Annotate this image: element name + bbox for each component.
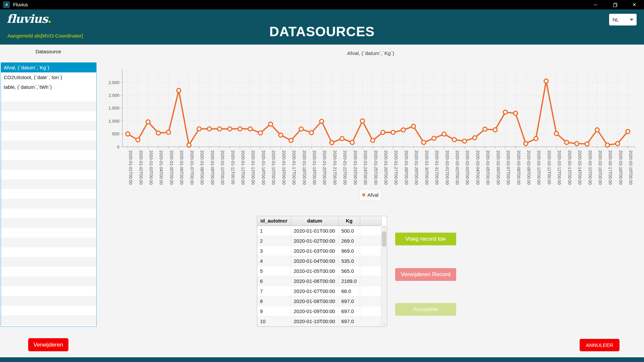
svg-text:500: 500	[112, 131, 119, 136]
delete-record-button[interactable]: Verwijderen Record	[395, 268, 456, 281]
empty-list-row	[1, 315, 96, 325]
table-row[interactable]: 32020-01-03T00:00969.0	[257, 246, 381, 256]
table-row[interactable]: 62020-01-06T00:002189.0	[257, 276, 381, 286]
empty-list-row	[1, 199, 96, 208]
table-cell	[360, 306, 381, 316]
svg-text:2020-01-31T00:00: 2020-01-31T00:00	[434, 150, 439, 185]
language-value: NL	[612, 17, 630, 22]
table-cell: 68.0	[338, 286, 360, 296]
svg-text:2020-01-20T00:00: 2020-01-20T00:00	[322, 150, 327, 185]
svg-text:2020-02-07T00:00: 2020-02-07T00:00	[506, 150, 511, 185]
close-button[interactable]: ✕	[625, 0, 644, 9]
delete-datasource-button[interactable]: Verwijderen	[28, 338, 68, 351]
datasource-item[interactable]: CO2Uitstoot, (`date`,`ton`)	[1, 72, 96, 82]
table-cell	[360, 296, 381, 306]
table-cell: 3	[257, 246, 291, 256]
column-header[interactable]: id_autoIncr	[257, 216, 291, 226]
accept-button[interactable]: Accepteer	[395, 303, 456, 316]
datasource-list-label: Datasource	[0, 49, 97, 54]
column-header[interactable]: Kg	[338, 216, 360, 226]
app-window: fl Fluvius ✕ fluvius. DATASOURCES Aangem…	[0, 0, 644, 362]
minimize-button[interactable]	[586, 0, 605, 9]
table-row[interactable]: 42020-01-04T00:00535.0	[257, 256, 381, 266]
svg-text:2020-02-04T00:00: 2020-02-04T00:00	[475, 150, 480, 185]
svg-text:2020-01-23T00:00: 2020-01-23T00:00	[353, 150, 358, 185]
svg-text:2020-01-15T00:00: 2020-01-15T00:00	[271, 150, 276, 185]
table-cell: 2020-01-05T00:00	[291, 266, 338, 276]
restore-button[interactable]	[605, 0, 625, 9]
table-cell: 2020-01-09T00:00	[291, 306, 338, 316]
scroll-up-icon[interactable]: ⌃	[381, 226, 387, 231]
svg-text:2020-01-17T00:00: 2020-01-17T00:00	[291, 150, 296, 185]
table-scrollbar[interactable]: ⌃ ⌄	[381, 226, 387, 326]
datasource-item[interactable]: table, (`datum`,`tWh`)	[1, 82, 96, 92]
table-cell: 269.0	[338, 236, 360, 246]
language-combobox[interactable]: NL	[609, 14, 637, 25]
svg-text:2020-02-10T00:00: 2020-02-10T00:00	[536, 150, 541, 185]
add-record-button[interactable]: Voeg record toe	[395, 233, 456, 245]
table-row[interactable]: 72020-01-07T00:0068.0	[257, 286, 381, 296]
table-cell: 697.0	[338, 296, 360, 306]
records-table: id_autoIncrdatumKg 12020-01-01T00:00500.…	[257, 216, 387, 327]
scrollbar-thumb[interactable]	[382, 231, 386, 247]
table-cell	[360, 286, 381, 296]
table-row[interactable]: 12020-01-01T00:00500.0	[257, 226, 381, 236]
empty-list-row	[1, 306, 96, 315]
table-row[interactable]: 92020-01-09T00:00697.0	[257, 306, 381, 316]
table-cell: 7	[257, 286, 291, 296]
column-header[interactable]: datum	[291, 216, 338, 226]
svg-text:2020-01-02T00:00: 2020-01-02T00:00	[139, 150, 143, 185]
table-cell: 2189.0	[338, 276, 360, 286]
empty-list-row	[1, 179, 96, 189]
svg-text:2020-01-25T00:00: 2020-01-25T00:00	[373, 150, 378, 185]
svg-text:2020-01-06T00:00: 2020-01-06T00:00	[179, 150, 184, 185]
table-row[interactable]: 102020-01-10T00:00697.0	[257, 316, 381, 326]
svg-text:2020-01-01T00:00: 2020-01-01T00:00	[128, 150, 133, 185]
table-row[interactable]: 52020-01-05T00:00565.0	[257, 266, 381, 276]
svg-text:2020-01-05T00:00: 2020-01-05T00:00	[169, 150, 174, 185]
table-cell	[360, 226, 381, 236]
empty-list-row	[1, 150, 96, 160]
table-cell: 2020-01-10T00:00	[291, 316, 338, 326]
svg-text:2020-01-10T00:00: 2020-01-10T00:00	[220, 150, 225, 185]
svg-text:2020-02-09T00:00: 2020-02-09T00:00	[526, 150, 531, 185]
table-cell: 10	[257, 316, 291, 326]
svg-text:2020-01-21T00:00: 2020-01-21T00:00	[332, 150, 337, 185]
scroll-down-icon[interactable]: ⌄	[381, 321, 387, 326]
empty-list-row	[1, 277, 96, 286]
svg-text:2020-01-03T00:00: 2020-01-03T00:00	[149, 150, 153, 185]
table-cell: 2020-01-04T00:00	[291, 256, 338, 266]
empty-list-row	[1, 296, 96, 306]
table-cell	[360, 256, 381, 266]
svg-text:2020-01-14T00:00: 2020-01-14T00:00	[261, 150, 266, 185]
table-cell: 2020-01-01T00:00	[291, 226, 338, 236]
table-cell	[360, 276, 381, 286]
svg-text:2020-02-02T00:00: 2020-02-02T00:00	[455, 150, 460, 185]
datasource-item[interactable]: Afval, (`datum`,`Kg`)	[1, 63, 96, 72]
table-row[interactable]: 82020-01-08T00:00697.0	[257, 296, 381, 306]
table-cell	[360, 236, 381, 246]
empty-list-row	[1, 170, 96, 179]
svg-text:2020-01-27T00:00: 2020-01-27T00:00	[393, 150, 398, 185]
table-cell: 4	[257, 256, 291, 266]
svg-text:2020-02-12T00:00: 2020-02-12T00:00	[557, 150, 561, 185]
svg-text:2020-02-15T00:00: 2020-02-15T00:00	[588, 150, 592, 185]
empty-list-row	[1, 92, 96, 102]
table-header: id_autoIncrdatumKg	[257, 216, 381, 226]
svg-text:2020-01-11T00:00: 2020-01-11T00:00	[230, 150, 235, 184]
table-cell: 9	[257, 306, 291, 316]
legend-label: Afval	[367, 192, 378, 198]
empty-list-row	[1, 121, 96, 131]
empty-list-row	[1, 131, 96, 140]
empty-list-row	[1, 228, 96, 238]
legend-marker-icon	[362, 193, 365, 196]
table-row[interactable]: 22020-01-02T00:00269.0	[257, 236, 381, 246]
svg-text:0: 0	[117, 144, 119, 149]
cancel-button[interactable]: ANNULEER	[580, 339, 620, 351]
datasource-list[interactable]: Afval, (`datum`,`Kg`)CO2Uitstoot, (`date…	[1, 62, 97, 327]
table-cell: 2020-01-06T00:00	[291, 276, 338, 286]
table-cell: 2020-01-08T00:00	[291, 296, 338, 306]
empty-list-row	[1, 238, 96, 247]
column-header[interactable]	[360, 216, 381, 226]
empty-list-row	[1, 247, 96, 257]
